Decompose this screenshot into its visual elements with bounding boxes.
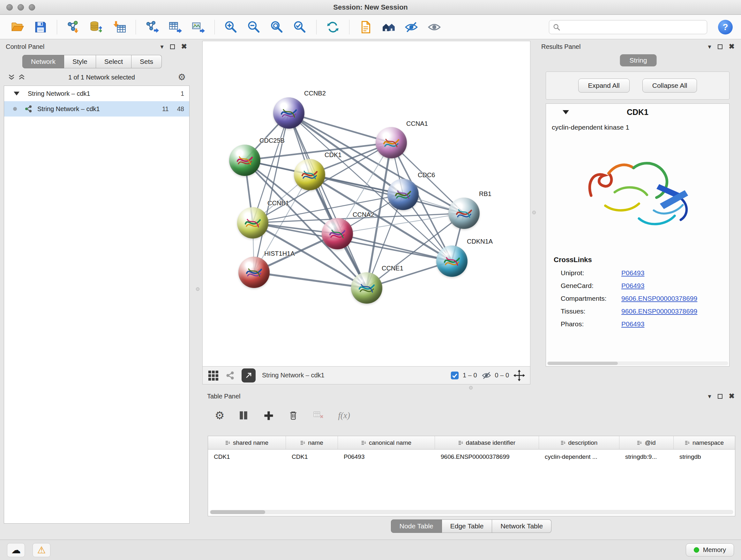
tab-string[interactable]: String xyxy=(620,54,657,66)
column-header-database-identifier[interactable]: database identifier xyxy=(435,436,539,449)
cell-shared-name[interactable]: CDK1 xyxy=(208,449,286,464)
show-all-eye-icon[interactable] xyxy=(425,18,444,37)
horizontal-scrollbar[interactable] xyxy=(547,361,728,365)
delete-column-icon[interactable] xyxy=(287,410,299,421)
open-session-icon[interactable] xyxy=(8,18,27,37)
column-header-description[interactable]: description xyxy=(539,436,619,449)
cell-canonical-name[interactable]: P06493 xyxy=(338,449,435,464)
network-collection-row[interactable]: String Network – cdk1 1 xyxy=(4,86,189,101)
network-node-ccnb2[interactable] xyxy=(273,98,305,129)
export-network-icon[interactable] xyxy=(143,18,161,37)
tab-style[interactable]: Style xyxy=(64,55,96,68)
collapse-panel-icon[interactable]: ▾ xyxy=(708,393,711,399)
network-node-hist1h1a[interactable] xyxy=(239,257,270,288)
gene-card-header[interactable]: CDK1 xyxy=(546,104,729,121)
vertical-splitter-handle[interactable] xyxy=(196,287,199,291)
tab-sets[interactable]: Sets xyxy=(131,55,162,68)
scrollbar-thumb[interactable] xyxy=(210,510,265,514)
expand-all-button[interactable]: Expand All xyxy=(578,78,630,92)
network-node-cdkn1a[interactable] xyxy=(436,246,468,277)
selected-checkbox-icon[interactable] xyxy=(450,371,460,380)
home-networks-icon[interactable] xyxy=(380,18,398,37)
tab-edge-table[interactable]: Edge Table xyxy=(442,519,492,533)
network-node-cdc6[interactable] xyxy=(387,179,419,210)
function-builder-icon[interactable]: f(x) xyxy=(338,411,350,421)
table-row[interactable]: CDK1 CDK1 P06493 9606.ENSP00000378699 cy… xyxy=(208,449,735,464)
column-header-shared-name[interactable]: shared name xyxy=(208,436,286,449)
crosslink-link[interactable]: 9606.ENSP00000378699 xyxy=(621,307,697,315)
float-panel-icon[interactable] xyxy=(718,394,723,399)
cell-id[interactable]: stringdb:9... xyxy=(619,449,674,464)
pan-crosshair-icon[interactable] xyxy=(514,370,525,381)
cell-description[interactable]: cyclin-dependent ... xyxy=(539,449,619,464)
collapse-all-rows-icon[interactable] xyxy=(18,73,25,81)
network-overview-icon[interactable] xyxy=(225,370,235,381)
float-panel-icon[interactable] xyxy=(170,44,175,49)
close-panel-icon[interactable]: ✖ xyxy=(729,43,735,50)
hidden-eye-icon[interactable] xyxy=(482,370,492,381)
network-row[interactable]: String Network – cdk1 11 48 xyxy=(4,101,189,117)
vertical-splitter-handle[interactable] xyxy=(532,211,536,214)
network-edge[interactable] xyxy=(289,113,367,288)
close-window-button[interactable] xyxy=(6,4,13,10)
network-node-ccna1[interactable] xyxy=(376,127,407,159)
import-network-from-database-icon[interactable] xyxy=(87,18,106,37)
horizontal-scrollbar[interactable] xyxy=(210,510,733,514)
collapse-panel-icon[interactable]: ▾ xyxy=(160,44,164,50)
zoom-in-icon[interactable] xyxy=(222,18,240,37)
export-image-icon[interactable] xyxy=(189,18,207,37)
network-view-canvas[interactable]: CDK1CCNB1CCNB2CCNA1CCNA2CCNE1CDC25BCDC6R… xyxy=(202,41,530,367)
network-node-cdk1[interactable] xyxy=(294,159,325,190)
hide-selected-eye-icon[interactable] xyxy=(402,18,421,37)
annotation-document-icon[interactable] xyxy=(356,18,375,37)
network-node-ccnb1[interactable] xyxy=(237,207,268,239)
detach-view-button[interactable] xyxy=(242,368,256,382)
help-button[interactable]: ? xyxy=(718,20,733,35)
save-session-icon[interactable] xyxy=(31,18,50,37)
warning-icon[interactable]: ⚠ xyxy=(32,543,51,557)
network-node-ccna2[interactable] xyxy=(322,218,353,249)
refresh-view-icon[interactable] xyxy=(324,18,342,37)
zoom-window-button[interactable] xyxy=(29,4,35,10)
crosslink-link[interactable]: P06493 xyxy=(621,320,644,328)
zoom-out-icon[interactable] xyxy=(245,18,263,37)
collapse-all-button[interactable]: Collapse All xyxy=(643,78,697,92)
close-panel-icon[interactable]: ✖ xyxy=(729,393,735,400)
show-columns-icon[interactable] xyxy=(238,410,249,421)
tab-select[interactable]: Select xyxy=(96,55,131,68)
minimize-window-button[interactable] xyxy=(17,4,24,10)
expand-all-rows-icon[interactable] xyxy=(8,73,15,81)
network-node-cdc25b[interactable] xyxy=(229,145,260,176)
tree-expand-icon[interactable] xyxy=(14,91,19,96)
network-node-rb1[interactable] xyxy=(448,198,480,229)
tab-network-table[interactable]: Network Table xyxy=(492,519,551,533)
network-edge[interactable] xyxy=(254,272,367,288)
float-panel-icon[interactable] xyxy=(718,44,723,49)
cell-namespace[interactable]: stringdb xyxy=(674,449,735,464)
search-input[interactable] xyxy=(563,23,703,31)
grid-view-icon[interactable] xyxy=(208,370,219,381)
cell-name[interactable]: CDK1 xyxy=(286,449,338,464)
cloud-icon[interactable]: ☁ xyxy=(7,543,25,557)
tab-node-table[interactable]: Node Table xyxy=(391,519,442,533)
fit-content-icon[interactable] xyxy=(268,18,286,37)
column-header-name[interactable]: name xyxy=(286,436,338,449)
import-network-from-file-icon[interactable] xyxy=(64,18,83,37)
column-header-id[interactable]: @id xyxy=(619,436,674,449)
crosslink-link[interactable]: 9606.ENSP00000378699 xyxy=(621,295,697,302)
network-node-ccne1[interactable] xyxy=(351,272,382,304)
zoom-selected-icon[interactable] xyxy=(291,18,309,37)
horizontal-splitter-handle[interactable] xyxy=(469,386,473,389)
crosslink-link[interactable]: P06493 xyxy=(621,269,644,277)
collapse-panel-icon[interactable]: ▾ xyxy=(708,44,711,50)
column-header-namespace[interactable]: namespace xyxy=(674,436,735,449)
close-panel-icon[interactable]: ✖ xyxy=(181,43,187,50)
tab-network[interactable]: Network xyxy=(22,55,64,68)
import-table-from-file-icon[interactable] xyxy=(110,18,129,37)
scrollbar-thumb[interactable] xyxy=(548,362,618,365)
cell-database-identifier[interactable]: 9606.ENSP00000378699 xyxy=(435,449,539,464)
gear-icon[interactable]: ⚙ xyxy=(178,73,186,82)
column-header-canonical-name[interactable]: canonical name xyxy=(338,436,435,449)
table-settings-gear-icon[interactable]: ⚙ xyxy=(215,410,224,421)
add-column-icon[interactable] xyxy=(263,410,274,421)
